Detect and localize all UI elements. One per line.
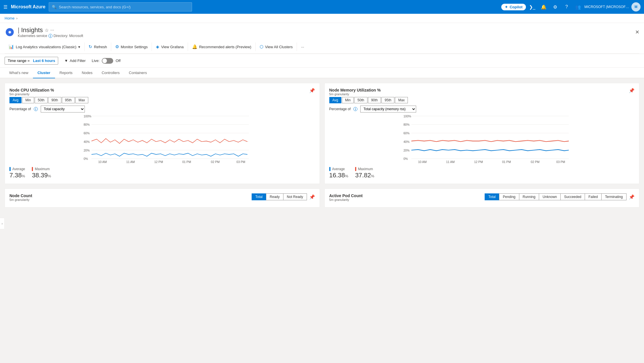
pod-count-pin-icon[interactable]: 📌 xyxy=(629,194,635,200)
favorite-icon[interactable]: ☆ xyxy=(45,28,49,33)
time-range-button[interactable]: Time range = Last 6 hours xyxy=(5,57,58,65)
copilot-button[interactable]: ✦ Copilot xyxy=(501,4,526,10)
subtitle-service: Kubernetes service xyxy=(18,34,47,38)
add-filter-button[interactable]: ▼ Add Filter xyxy=(62,57,88,65)
pod-total-btn[interactable]: Total xyxy=(485,193,499,200)
pod-running-btn[interactable]: Running xyxy=(519,193,539,200)
memory-chart-area: 100% 80% 60% 40% 20% 0% 10 AM 11 AM xyxy=(329,115,635,164)
top-navigation: ☰ Microsoft Azure 🔍 Search resources, se… xyxy=(0,0,644,14)
people-icon-button[interactable]: 👥 xyxy=(573,2,583,12)
mem-avg-bar xyxy=(329,167,330,171)
help-icon-button[interactable]: ? xyxy=(561,2,572,12)
tab-containers[interactable]: Containers xyxy=(124,68,152,78)
analytics-dropdown[interactable]: 📊 Log Analytics visualizations (Classic)… xyxy=(5,42,85,51)
svg-text:12 PM: 12 PM xyxy=(474,160,483,164)
cpu-max-value: 38.39% xyxy=(32,172,51,179)
clusters-label: View All Clusters xyxy=(265,45,293,49)
tab-cluster[interactable]: Cluster xyxy=(33,68,55,78)
pod-terminating-btn[interactable]: Terminating xyxy=(601,193,627,200)
recommended-alerts-button[interactable]: 🔔 Recommended alerts (Preview) xyxy=(188,42,256,51)
mem-95th-btn[interactable]: 95th xyxy=(381,97,394,103)
cpu-chart-area: 100% 80% 60% 40% 20% 0% 10 AM 11 AM xyxy=(9,115,315,164)
mem-avg-label: Average xyxy=(332,167,345,171)
svg-text:02 PM: 02 PM xyxy=(531,160,539,164)
cpu-info-icon[interactable]: i xyxy=(34,107,38,111)
mem-90th-btn[interactable]: 90th xyxy=(368,97,381,103)
mem-avg-btn[interactable]: Avg xyxy=(329,97,341,103)
mem-50th-btn[interactable]: 50th xyxy=(354,97,367,103)
info-icon[interactable]: i xyxy=(48,34,52,38)
cpu-avg-bar xyxy=(9,167,11,171)
live-toggle[interactable] xyxy=(102,58,113,64)
memory-pin-icon[interactable]: 📌 xyxy=(629,88,635,93)
cpu-min-btn[interactable]: Min xyxy=(22,97,34,103)
memory-chart-controls: Percentage of i Total capacity (memory r… xyxy=(329,106,635,112)
node-ready-btn[interactable]: Ready xyxy=(266,193,283,200)
copilot-icon: ✦ xyxy=(505,5,508,9)
memory-legend: Average 16.38% Maximum 37.82% xyxy=(329,167,635,179)
svg-text:20%: 20% xyxy=(403,149,410,152)
close-button[interactable]: ✕ xyxy=(635,29,639,35)
pod-succeeded-btn[interactable]: Succeeded xyxy=(560,193,585,200)
refresh-icon: ↻ xyxy=(89,44,92,49)
svg-text:12 PM: 12 PM xyxy=(154,160,163,164)
user-avatar[interactable]: M xyxy=(631,2,641,11)
memory-chart-granularity: 5m granularity xyxy=(329,92,381,96)
svg-text:11 AM: 11 AM xyxy=(446,160,455,164)
svg-text:11 AM: 11 AM xyxy=(126,160,135,164)
svg-text:60%: 60% xyxy=(84,131,90,135)
cpu-90th-btn[interactable]: 90th xyxy=(48,97,61,103)
node-count-card: Node Count 5m granularity Total Ready No… xyxy=(5,189,320,207)
refresh-label: Refresh xyxy=(94,45,107,49)
cpu-95th-btn[interactable]: 95th xyxy=(62,97,75,103)
memory-info-icon[interactable]: i xyxy=(353,107,357,111)
filter-icon: ▼ xyxy=(64,59,68,63)
terminal-icon-button[interactable]: ❯_ xyxy=(527,2,537,12)
hamburger-icon[interactable]: ☰ xyxy=(3,4,7,10)
tab-nodes[interactable]: Nodes xyxy=(77,68,97,78)
settings-icon-button[interactable]: ⚙ xyxy=(550,2,560,12)
tab-whats-new[interactable]: What's new xyxy=(5,68,33,78)
view-all-clusters-button[interactable]: ⬡ View All Clusters xyxy=(256,42,297,51)
toolbar: 📊 Log Analytics visualizations (Classic)… xyxy=(5,40,639,54)
search-box[interactable]: 🔍 Search resources, services, and docs (… xyxy=(49,2,192,11)
view-grafana-button[interactable]: ◈ View Grafana xyxy=(152,42,188,51)
svg-text:01 PM: 01 PM xyxy=(182,160,191,164)
pod-unknown-btn[interactable]: Unknown xyxy=(539,193,561,200)
pod-pending-btn[interactable]: Pending xyxy=(499,193,519,200)
refresh-button[interactable]: ↻ Refresh xyxy=(85,42,111,51)
svg-text:60%: 60% xyxy=(403,131,410,135)
tab-reports[interactable]: Reports xyxy=(55,68,77,78)
breadcrumb-home[interactable]: Home xyxy=(5,16,15,20)
more-options-button[interactable]: ··· xyxy=(297,43,308,51)
cpu-capacity-dropdown[interactable]: Total capacity Requested capacity Limit … xyxy=(41,106,85,112)
svg-text:40%: 40% xyxy=(403,140,410,143)
svg-text:100%: 100% xyxy=(403,115,411,118)
alerts-label: Recommended alerts (Preview) xyxy=(199,45,251,49)
cpu-50th-btn[interactable]: 50th xyxy=(35,97,48,103)
cpu-avg-btn[interactable]: Avg xyxy=(9,97,21,103)
page-header: ⎈ | Insights ☆ ··· Kubernetes service i … xyxy=(0,23,644,54)
more-icon[interactable]: ··· xyxy=(50,28,54,33)
node-count-pin-icon[interactable]: 📌 xyxy=(309,194,315,200)
cpu-avg-legend: Average 7.38% xyxy=(9,167,25,179)
node-total-btn[interactable]: Total xyxy=(252,193,266,200)
svg-text:40%: 40% xyxy=(84,140,90,143)
pod-failed-btn[interactable]: Failed xyxy=(585,193,602,200)
page-title: Insights xyxy=(21,26,43,34)
cpu-max-btn[interactable]: Max xyxy=(75,97,88,103)
tab-controllers[interactable]: Controllers xyxy=(97,68,124,78)
mem-max-btn[interactable]: Max xyxy=(395,97,408,103)
breadcrumb-separator: › xyxy=(16,16,17,20)
mem-min-btn[interactable]: Min xyxy=(342,97,354,103)
clusters-icon: ⬡ xyxy=(260,44,263,49)
monitor-settings-button[interactable]: ⚙ Monitor Settings xyxy=(111,42,152,51)
user-display[interactable]: MICROSOFT (MICROSOFT.ONMI... xyxy=(584,5,630,9)
svg-text:03 PM: 03 PM xyxy=(236,160,245,164)
cpu-chart-title: Node CPU Utilization % xyxy=(9,88,54,92)
cpu-pin-icon[interactable]: 📌 xyxy=(309,88,315,93)
analytics-label: Log Analytics visualizations (Classic) xyxy=(16,45,77,49)
memory-capacity-dropdown[interactable]: Total capacity (memory rss) Requested ca… xyxy=(360,106,416,112)
node-not-ready-btn[interactable]: Not Ready xyxy=(283,193,307,200)
bell-icon-button[interactable]: 🔔 xyxy=(539,2,549,12)
